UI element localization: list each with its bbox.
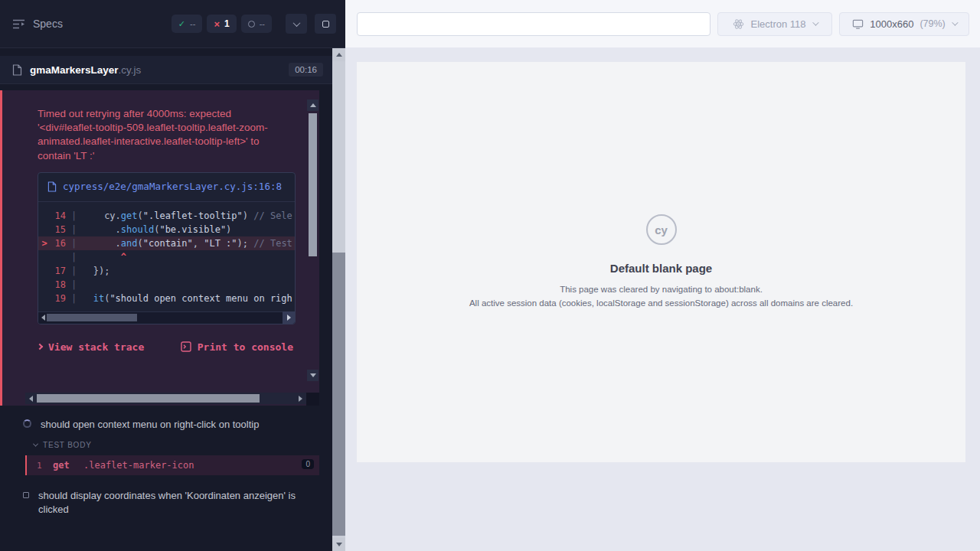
hscrollbar-thumb[interactable] [37, 394, 260, 403]
scroll-left-button[interactable] [25, 393, 37, 404]
stat-failed: × 1 [207, 15, 236, 33]
spec-timer: 00:16 [289, 63, 323, 77]
url-input[interactable] [357, 12, 710, 36]
hscrollbar-thumb[interactable] [47, 314, 137, 321]
stat-passed: ✓ -- [172, 15, 203, 33]
code-frame-file-link[interactable]: cypress/e2e/gmaMarkersLayer.cy.js:16:8 [63, 180, 282, 194]
scrollbar-track[interactable] [332, 61, 345, 538]
scrollbar-thumb[interactable] [332, 253, 345, 536]
runner-header: Electron 118 1000x660 (79%) [345, 0, 980, 48]
reporter-controls-header: Specs ✓ -- × 1 -- [0, 0, 345, 48]
test-title: should display coordinates when 'Koordin… [38, 489, 299, 517]
viewport-icon [852, 18, 864, 30]
blank-page-message-2: All active session data (cookies, localS… [469, 297, 853, 310]
blank-page-message-1: This page was cleared by navigating to a… [560, 283, 763, 296]
code-frame-hscrollbar[interactable] [38, 311, 295, 324]
reporter-scrollbar[interactable] [332, 48, 345, 551]
x-icon: × [214, 19, 220, 29]
code-line: 17| }); [38, 264, 295, 278]
square-icon [23, 492, 29, 498]
error-vscrollbar[interactable] [307, 99, 318, 381]
scroll-left-icon[interactable] [41, 315, 45, 321]
spec-file-icon [12, 64, 22, 76]
scroll-right-button[interactable] [283, 311, 295, 324]
viewport-area: cy Default blank page This page was clea… [345, 48, 980, 551]
blank-page-title: Default blank page [610, 262, 712, 275]
command-method: get [53, 460, 83, 471]
command-number: 1 [27, 461, 53, 471]
app: Specs ✓ -- × 1 -- [0, 0, 980, 551]
failed-attempt-panel: Timed out retrying after 4000ms: expecte… [0, 90, 319, 406]
vscrollbar-thumb[interactable] [309, 113, 317, 256]
specs-menu-icon[interactable] [12, 19, 25, 29]
electron-icon [733, 18, 744, 30]
file-icon [47, 181, 57, 192]
view-stack-trace-link[interactable]: View stack trace [38, 341, 144, 353]
test-title: should open context menu on right-click … [41, 418, 259, 432]
viewport-select[interactable]: 1000x660 (79%) [839, 12, 969, 36]
aut-blank-page: cy Default blank page This page was clea… [357, 62, 965, 462]
test-body-toggle[interactable]: TEST BODY [34, 441, 332, 449]
spec-header: gmaMarkersLayer.cy.js 00:16 [0, 56, 332, 84]
scroll-up-button[interactable] [307, 99, 318, 111]
print-icon [181, 341, 191, 352]
collapse-all-button[interactable] [286, 14, 307, 34]
pending-circle-icon [248, 21, 255, 28]
scroll-up-button[interactable] [332, 48, 345, 61]
error-hscrollbar[interactable] [25, 393, 306, 404]
viewport-size: 1000x660 [870, 18, 913, 30]
viewport-zoom: (79%) [920, 18, 945, 29]
chevron-down-icon [292, 19, 300, 27]
scroll-right-icon [287, 315, 291, 321]
command-message: .leaflet-marker-icon [83, 460, 194, 471]
code-line: 18| [38, 278, 295, 292]
test-item[interactable]: should open context menu on right-click … [0, 418, 332, 432]
code-lines: 14| cy.get(".leaflet-tooltip") // Sele15… [38, 202, 295, 311]
failed-count: 1 [224, 18, 230, 29]
chevron-down-icon [952, 19, 958, 25]
test-stats: ✓ -- × 1 -- [172, 15, 272, 33]
test-item[interactable]: should display coordinates when 'Koordin… [0, 489, 332, 517]
chevron-down-icon [812, 19, 818, 25]
chevron-right-icon [37, 344, 43, 350]
cypress-runner: Electron 118 1000x660 (79%) cy Default b… [345, 0, 980, 551]
reporter-main: gmaMarkersLayer.cy.js 00:16 Timed out re… [0, 48, 345, 551]
spec-name: gmaMarkersLayer [30, 64, 119, 76]
scrollbar-corner [306, 393, 319, 406]
stat-pending: -- [241, 15, 272, 33]
code-frame-header[interactable]: cypress/e2e/gmaMarkersLayer.cy.js:16:8 [38, 173, 295, 202]
browser-select[interactable]: Electron 118 [717, 12, 832, 36]
scroll-right-button[interactable] [295, 393, 306, 404]
error-actions: View stack trace Print to console [38, 341, 293, 353]
scroll-down-button[interactable] [332, 538, 345, 551]
cypress-reporter: Specs ✓ -- × 1 -- [0, 0, 345, 551]
code-line: 19| it("should open context menu on righ [38, 292, 295, 305]
spinner-icon [23, 419, 31, 428]
cypress-logo: cy [646, 214, 677, 245]
code-line: >16| .and("contain", "LT :"); // Test [38, 236, 295, 250]
reporter-content: gmaMarkersLayer.cy.js 00:16 Timed out re… [0, 48, 332, 551]
command-badge: 0 [302, 459, 314, 469]
code-line: 14| cy.get(".leaflet-tooltip") // Sele [38, 209, 295, 223]
print-to-console-button[interactable]: Print to console [181, 341, 293, 353]
code-frame: cypress/e2e/gmaMarkersLayer.cy.js:16:8 1… [38, 172, 296, 324]
command-row[interactable]: 1 get .leaflet-marker-icon 0 [25, 455, 319, 475]
specs-title: Specs [33, 18, 63, 30]
scroll-down-button[interactable] [307, 370, 318, 381]
spec-extension: .cy.js [119, 64, 142, 76]
stop-icon [322, 21, 329, 28]
pending-count: -- [260, 19, 265, 28]
chevron-down-icon [33, 442, 38, 447]
code-line: | ^ [38, 250, 295, 264]
passed-count: -- [190, 19, 195, 28]
error-message: Timed out retrying after 4000ms: expecte… [2, 90, 319, 163]
stop-button[interactable] [315, 14, 336, 34]
check-icon: ✓ [178, 20, 185, 28]
browser-label: Electron 118 [750, 18, 805, 30]
test-body-label: TEST BODY [43, 441, 92, 449]
code-line: 15| .should("be.visible") [38, 223, 295, 236]
